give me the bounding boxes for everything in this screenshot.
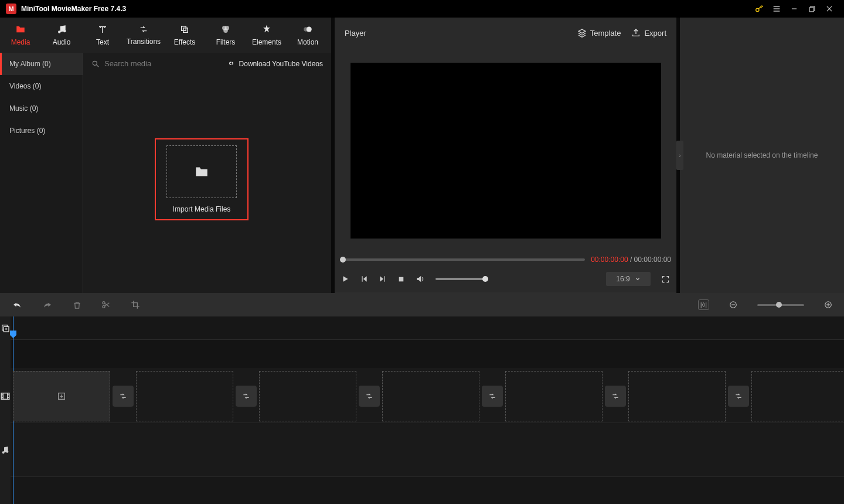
redo-button[interactable] [42, 300, 53, 309]
import-label: Import Media Files [173, 205, 231, 213]
template-icon [577, 28, 587, 38]
import-dropzone [166, 145, 237, 198]
elements-icon [261, 24, 272, 35]
clip-slot[interactable] [505, 371, 603, 421]
svg-point-18 [93, 61, 97, 65]
crop-button[interactable] [131, 300, 140, 309]
tab-elements[interactable]: Elements [247, 19, 286, 52]
split-button[interactable] [101, 300, 111, 309]
search-input[interactable] [104, 59, 227, 68]
clip-slot[interactable] [628, 371, 726, 421]
player-title: Player [345, 29, 567, 38]
tab-label: Motion [297, 38, 318, 46]
play-button[interactable] [341, 275, 349, 283]
tab-label: Media [11, 38, 30, 46]
time-separator: / [628, 256, 634, 264]
panel-collapse-handle[interactable]: › [676, 141, 683, 170]
prev-frame-button[interactable] [360, 275, 368, 283]
motion-icon [302, 24, 313, 35]
tab-audio[interactable]: Audio [42, 19, 81, 52]
video-track[interactable] [11, 369, 844, 423]
media-panel: Media Audio Text Transitions Effects Fil… [0, 18, 331, 293]
export-label: Export [644, 29, 666, 38]
clip-slot[interactable] [136, 371, 233, 421]
zoom-out-button[interactable] [729, 301, 737, 309]
import-media-button[interactable]: Import Media Files [155, 138, 249, 220]
sidebar-item-my-album[interactable]: My Album (0) [0, 53, 83, 75]
svg-point-9 [58, 30, 61, 33]
undo-button[interactable] [12, 300, 22, 309]
tab-label: Elements [252, 38, 281, 46]
delete-button[interactable] [73, 300, 81, 310]
zoom-in-button[interactable] [824, 301, 832, 309]
transition-slot[interactable] [605, 386, 626, 407]
current-time: 00:00:00:00 [591, 256, 628, 264]
volume-button[interactable] [416, 274, 425, 284]
transition-slot[interactable] [236, 386, 257, 407]
tab-transitions[interactable]: Transitions [124, 19, 163, 52]
next-frame-button[interactable] [379, 275, 387, 283]
tab-filters[interactable]: Filters [206, 19, 245, 52]
upgrade-key-icon[interactable] [750, 0, 768, 18]
timecode: 00:00:00:00 / 00:00:00:00 [591, 256, 671, 264]
sidebar-item-music[interactable]: Music (0) [0, 97, 83, 120]
transitions-icon [138, 25, 149, 34]
timeline-fit-button[interactable]: |◊| [698, 299, 709, 310]
inspector-panel: › No material selected on the timeline [680, 18, 844, 293]
clip-slot[interactable] [751, 371, 844, 421]
timeline-tracks[interactable] [11, 316, 844, 504]
tab-media[interactable]: Media [1, 19, 40, 52]
link-icon [227, 60, 236, 67]
effects-icon [179, 24, 190, 35]
svg-point-10 [63, 30, 66, 33]
timeline-toolbar: |◊| [0, 293, 844, 316]
timeline-gutter [0, 316, 11, 504]
preview-canvas [350, 63, 661, 239]
inspector-empty-message: No material selected on the timeline [706, 151, 818, 159]
tab-effects[interactable]: Effects [165, 19, 204, 52]
svg-point-17 [304, 27, 308, 32]
tab-motion[interactable]: Motion [288, 19, 327, 52]
transition-slot[interactable] [113, 386, 134, 407]
audio-track-icon [0, 423, 11, 477]
template-label: Template [590, 29, 621, 38]
clip-slot[interactable] [13, 371, 110, 421]
zoom-slider[interactable] [757, 304, 804, 306]
audio-track[interactable] [11, 423, 844, 477]
preview-area [335, 47, 676, 254]
folder-icon [193, 164, 210, 179]
seek-slider[interactable] [340, 258, 585, 261]
close-button[interactable] [821, 0, 838, 18]
text-icon [97, 24, 108, 35]
timeline-ruler[interactable] [11, 316, 844, 340]
maximize-button[interactable] [803, 0, 821, 18]
download-link-label: Download YouTube Videos [239, 60, 323, 68]
tab-label: Effects [174, 38, 195, 46]
fullscreen-button[interactable] [661, 275, 670, 284]
tab-label: Text [96, 38, 109, 46]
video-track-icon [0, 369, 11, 423]
tab-text[interactable]: Text [83, 19, 122, 52]
template-button[interactable]: Template [577, 28, 621, 38]
volume-slider[interactable] [435, 278, 488, 280]
download-youtube-link[interactable]: Download YouTube Videos [227, 60, 323, 68]
clip-slot[interactable] [259, 371, 356, 421]
stop-button[interactable] [397, 275, 405, 283]
svg-rect-30 [1, 393, 9, 400]
aspect-ratio-select[interactable]: 16:9 [606, 272, 651, 286]
sidebar-item-videos[interactable]: Videos (0) [0, 75, 83, 97]
transition-slot[interactable] [728, 386, 749, 407]
download-icon [57, 391, 66, 401]
chevron-down-icon [635, 276, 641, 282]
svg-rect-6 [809, 7, 814, 11]
transition-slot[interactable] [359, 386, 380, 407]
clip-slot[interactable] [382, 371, 479, 421]
export-button[interactable]: Export [631, 28, 666, 38]
add-track-button[interactable] [0, 316, 11, 340]
menu-icon[interactable] [768, 0, 785, 18]
sidebar-item-pictures[interactable]: Pictures (0) [0, 120, 83, 142]
transition-slot[interactable] [482, 386, 503, 407]
minimize-button[interactable] [785, 0, 803, 18]
main-tabbar: Media Audio Text Transitions Effects Fil… [0, 18, 331, 53]
player-panel: Player Template Export 00:00:00:00 / 00:… [335, 18, 676, 293]
